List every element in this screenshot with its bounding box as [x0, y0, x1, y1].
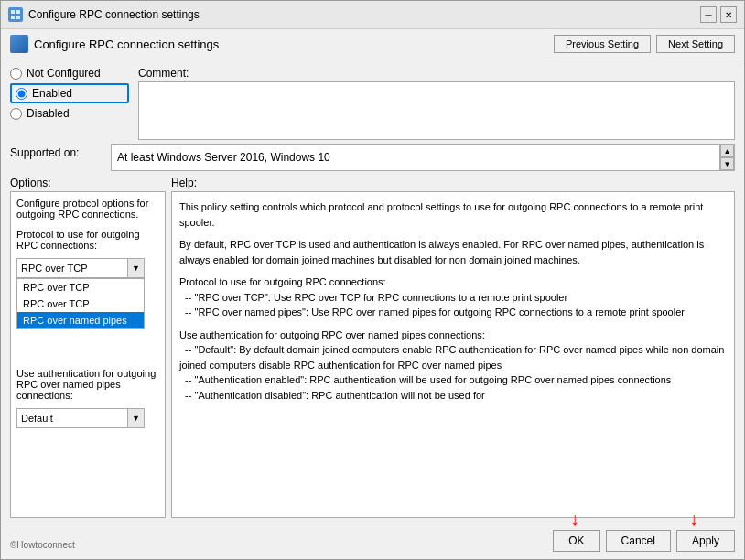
settings-icon	[8, 7, 23, 22]
cancel-button[interactable]: Cancel	[606, 530, 671, 552]
radio-column: Not Configured Enabled Disabled	[10, 67, 129, 140]
disabled-radio[interactable]	[10, 108, 22, 120]
sections-row: Configure protocol options for outgoing …	[10, 191, 735, 518]
footer: ©Howtoconnect ↓ ↓ OK Cancel Apply	[1, 522, 744, 559]
watermark: ©Howtoconnect	[10, 540, 75, 550]
scroll-down-arrow[interactable]: ▼	[720, 157, 734, 170]
supported-section: Supported on: At least Windows Server 20…	[10, 144, 735, 171]
enabled-label: Enabled	[32, 87, 72, 100]
main-window: Configure RPC connection settings ─ ✕ Co…	[0, 0, 745, 560]
arrow-indicator-ok: ↓	[570, 509, 579, 530]
auth-dropdown-arrow: ▼	[127, 409, 144, 427]
comment-label: Comment:	[138, 67, 735, 80]
comment-textarea[interactable]	[138, 81, 735, 140]
title-bar-controls: ─ ✕	[700, 6, 737, 23]
dropdown-item-rpc-named-pipes[interactable]: RPC over named pipes	[17, 312, 144, 328]
svg-rect-1	[16, 10, 20, 14]
supported-scrollbar: ▲ ▼	[719, 145, 734, 170]
disabled-label: Disabled	[27, 107, 70, 120]
header-settings-icon	[10, 35, 28, 53]
options-description: Configure protocol options for outgoing …	[16, 198, 159, 220]
ok-button[interactable]: OK	[553, 530, 599, 552]
help-panel: This policy setting controls which proto…	[171, 191, 735, 518]
close-button[interactable]: ✕	[720, 6, 737, 23]
protocol-label: Protocol to use for outgoing RPC connect…	[16, 229, 159, 251]
protocol-dropdown-arrow: ▼	[127, 259, 144, 277]
supported-label: Supported on:	[10, 144, 111, 159]
nav-buttons: Previous Setting Next Setting	[554, 35, 735, 53]
dropdown-item-rpc-tcp-2[interactable]: RPC over TCP	[17, 296, 144, 312]
auth-dropdown-container: Default ▼	[16, 408, 159, 428]
auth-label: Use authentication for outgoing RPC over…	[16, 368, 159, 401]
not-configured-option: Not Configured	[10, 67, 129, 80]
auth-selected-value: Default	[17, 411, 127, 425]
apply-button[interactable]: Apply	[676, 530, 735, 552]
comment-section: Comment:	[138, 67, 735, 140]
protocol-dropdown-container: RPC over TCP ▼ RPC over TCP RPC over TCP…	[16, 258, 159, 278]
help-para-1: This policy setting controls which proto…	[179, 199, 727, 230]
options-panel: Configure protocol options for outgoing …	[10, 191, 166, 518]
protocol-dropdown-popup: RPC over TCP RPC over TCP RPC over named…	[16, 278, 145, 329]
protocol-dropdown-display[interactable]: RPC over TCP ▼	[16, 258, 145, 278]
main-content: Not Configured Enabled Disabled Comment:…	[1, 59, 744, 522]
dropdown-item-rpc-tcp[interactable]: RPC over TCP	[17, 279, 144, 296]
title-bar: Configure RPC connection settings ─ ✕	[1, 1, 744, 29]
header-title-area: Configure RPC connection settings	[10, 35, 219, 53]
svg-rect-3	[16, 16, 20, 19]
enabled-radio[interactable]	[16, 88, 27, 100]
options-header-label: Options:	[10, 177, 166, 189]
header-nav: Configure RPC connection settings Previo…	[1, 29, 744, 59]
help-text-content: This policy setting controls which proto…	[179, 199, 727, 403]
prev-setting-button[interactable]: Previous Setting	[554, 35, 651, 53]
supported-value-text: At least Windows Server 2016, Windows 10	[117, 151, 330, 164]
minimize-button[interactable]: ─	[700, 6, 717, 23]
disabled-option: Disabled	[10, 107, 129, 120]
sections-header: Options: Help:	[10, 177, 735, 189]
svg-rect-2	[11, 16, 15, 19]
help-para-4: Use authentication for outgoing RPC over…	[179, 328, 727, 404]
supported-value-box: At least Windows Server 2016, Windows 10…	[111, 144, 735, 171]
help-para-2: By default, RPC over TCP is used and aut…	[179, 237, 727, 267]
scroll-up-arrow[interactable]: ▲	[720, 145, 734, 157]
next-setting-button[interactable]: Next Setting	[656, 35, 735, 53]
enabled-option: Enabled	[10, 83, 129, 103]
protocol-selected-value: RPC over TCP	[17, 261, 127, 275]
arrow-indicator-apply: ↓	[689, 509, 698, 530]
top-section: Not Configured Enabled Disabled Comment:	[10, 67, 735, 140]
svg-rect-0	[11, 10, 15, 14]
not-configured-label: Not Configured	[27, 67, 101, 80]
auth-dropdown-display[interactable]: Default ▼	[16, 408, 145, 428]
title-bar-left: Configure RPC connection settings	[8, 7, 200, 22]
header-title-text: Configure RPC connection settings	[34, 38, 219, 51]
not-configured-radio[interactable]	[10, 68, 22, 80]
help-para-3: Protocol to use for outgoing RPC connect…	[179, 275, 727, 320]
window-title: Configure RPC connection settings	[28, 8, 200, 21]
help-header-label: Help:	[171, 177, 735, 189]
